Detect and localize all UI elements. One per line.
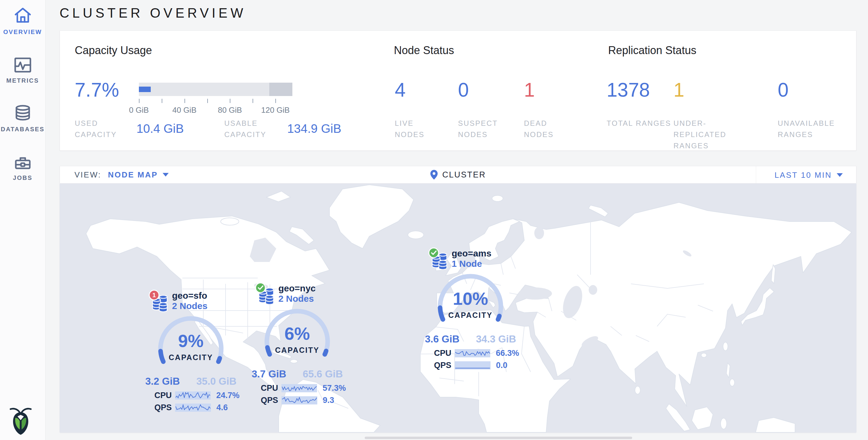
marker-metric-row: CPU 24.7% — [148, 391, 240, 400]
marker-header: geo=nyc 2 Nodes — [255, 283, 340, 305]
stat-value: 1 — [524, 79, 535, 101]
metric-value: 4.6 — [216, 403, 228, 412]
dead-node-badge-icon: 1 — [148, 289, 160, 301]
sparkline-chart — [281, 396, 317, 404]
marker-metric-row: CPU 57.3% — [255, 383, 346, 393]
capacity-axis-tick — [230, 99, 230, 103]
metric-label: CPU — [434, 349, 454, 358]
view-bar: VIEW: NODE MAP CLUSTER LAST 10 MIN — [60, 166, 857, 184]
view-selector[interactable]: VIEW: NODE MAP — [74, 170, 169, 180]
capacity-axis-tick — [275, 99, 276, 103]
svg-text:1: 1 — [152, 292, 156, 298]
capacity-bar-nonusable-segment — [269, 83, 292, 96]
capacity-axis-tick-label: 40 GiB — [172, 105, 197, 115]
capacity-axis-tick — [207, 99, 208, 103]
horizontal-scrollbar[interactable] — [365, 437, 632, 439]
marker-metric-row: QPS 0.0 — [428, 361, 519, 370]
sidebar-item-label: METRICS — [6, 77, 39, 84]
metrics-icon — [14, 54, 32, 73]
stat-label: UNAVAILABLE RANGES — [778, 118, 863, 140]
databases-icon — [14, 102, 32, 122]
locality-name: geo=sfo — [172, 290, 208, 301]
stat-label: LIVE NODES — [395, 118, 440, 140]
sidebar-item-databases[interactable]: DATABASES — [0, 97, 45, 146]
sidebar-item-label: DATABASES — [1, 126, 45, 133]
capacity-total-value: 35.0 GiB — [196, 376, 237, 387]
location-pin-icon — [430, 169, 438, 180]
capacity-axis-tick-label: 0 GiB — [129, 105, 149, 115]
capacity-total-value: 65.6 GiB — [303, 368, 343, 380]
sidebar-nav: OVERVIEW METRICS DATABASES JOBS — [0, 0, 45, 194]
marker-metric-row: QPS 4.6 — [148, 403, 240, 412]
sidebar-item-label: JOBS — [13, 175, 32, 181]
sparkline-chart — [281, 384, 317, 392]
marker-header: geo=ams 1 Node — [428, 248, 513, 270]
capacity-gauge: 10% CAPACITY 3.6 GiB 34.3 GiB CPU 66.3% … — [428, 270, 513, 373]
sidebar-item-jobs[interactable]: JOBS — [0, 146, 45, 194]
metric-label: QPS — [434, 361, 454, 370]
stat-label: SUSPECT NODES — [458, 118, 504, 140]
capacity-gauge-label: CAPACITY — [255, 346, 340, 355]
node-status-title: Node Status — [394, 44, 454, 57]
capacity-axis-tick-label: 80 GiB — [218, 105, 242, 115]
capacity-usage-percent: 7.7% — [75, 79, 119, 101]
node-map-marker-nyc[interactable]: geo=nyc 2 Nodes 6% CAPACITY 3.7 GiB 65.6… — [255, 283, 340, 408]
capacity-usage-title: Capacity Usage — [75, 44, 152, 57]
node-map-marker-ams[interactable]: geo=ams 1 Node 10% CAPACITY 3.6 GiB 34.3… — [428, 248, 513, 373]
sidebar-item-metrics[interactable]: METRICS — [0, 49, 45, 97]
capacity-percent: 6% — [255, 323, 340, 344]
capacity-gauge: 6% CAPACITY 3.7 GiB 65.6 GiB CPU 57.3% Q… — [255, 305, 340, 408]
usable-capacity-value: 134.9 GiB — [287, 122, 341, 135]
summary-card: Capacity Usage 7.7% 0 GiB40 GiB80 GiB120… — [60, 30, 857, 151]
breadcrumb-cluster-label: CLUSTER — [442, 170, 486, 180]
metric-value: 0.0 — [496, 361, 507, 370]
metric-value: 9.3 — [323, 396, 334, 405]
node-map: 1 geo=sfo 2 Nodes 9% CAPACITY 3.2 GiB 35… — [60, 184, 857, 433]
home-icon — [13, 5, 33, 24]
marker-metric-row: QPS 9.3 — [255, 396, 346, 405]
stat-value: 0 — [778, 79, 789, 101]
metric-value: 66.3% — [496, 349, 519, 358]
stat-label: UNDER-REPLICATED RANGES — [674, 118, 758, 152]
capacity-axis-tick — [253, 99, 253, 103]
sparkline-chart — [455, 349, 491, 357]
capacity-total-value: 34.3 GiB — [476, 333, 516, 345]
capacity-axis-tick — [162, 99, 162, 103]
capacity-gauge: 9% CAPACITY 3.2 GiB 35.0 GiB CPU 24.7% Q… — [148, 312, 234, 415]
sidebar-item-label: OVERVIEW — [3, 29, 42, 36]
locality-node-count: 2 Nodes — [172, 301, 208, 311]
time-range-value: LAST 10 MIN — [774, 170, 832, 180]
chevron-down-icon — [837, 173, 843, 177]
locality-node-count: 1 Node — [452, 259, 491, 269]
capacity-bar-axis: 0 GiB40 GiB80 GiB120 GiB — [139, 99, 292, 117]
capacity-axis-tick-label: 120 GiB — [261, 105, 290, 115]
stat-value: 4 — [395, 79, 406, 101]
locality-name: geo=nyc — [278, 283, 316, 293]
capacity-axis-tick — [139, 99, 140, 103]
capacity-used-value: 3.7 GiB — [252, 368, 286, 380]
usable-capacity-label: USABLE CAPACITY — [224, 118, 276, 140]
view-value: NODE MAP — [108, 170, 158, 180]
used-capacity-value: 10.4 GiB — [136, 122, 184, 135]
chevron-down-icon — [163, 173, 169, 177]
locality-name: geo=ams — [452, 248, 491, 259]
capacity-used-value: 3.6 GiB — [425, 333, 460, 345]
used-capacity-label: USED CAPACITY — [75, 118, 123, 140]
cockroachdb-logo — [8, 407, 33, 436]
stat-value: 1 — [674, 79, 684, 101]
capacity-bar — [139, 83, 292, 96]
sparkline-chart — [175, 404, 211, 412]
metric-label: CPU — [154, 391, 174, 400]
breadcrumb: CLUSTER — [60, 169, 856, 180]
capacity-axis-tick — [184, 99, 185, 103]
stat-label: DEAD NODES — [524, 118, 569, 140]
capacity-gauge-label: CAPACITY — [148, 353, 234, 362]
sidebar-item-overview[interactable]: OVERVIEW — [0, 0, 45, 49]
metric-value: 24.7% — [216, 391, 240, 400]
sparkline-chart — [455, 361, 491, 370]
stat-value: 1378 — [607, 79, 650, 101]
healthy-check-icon — [428, 247, 439, 259]
metric-label: QPS — [154, 403, 174, 412]
time-range-selector[interactable]: LAST 10 MIN — [756, 166, 856, 184]
node-map-marker-sfo[interactable]: 1 geo=sfo 2 Nodes 9% CAPACITY 3.2 GiB 35… — [148, 290, 234, 415]
